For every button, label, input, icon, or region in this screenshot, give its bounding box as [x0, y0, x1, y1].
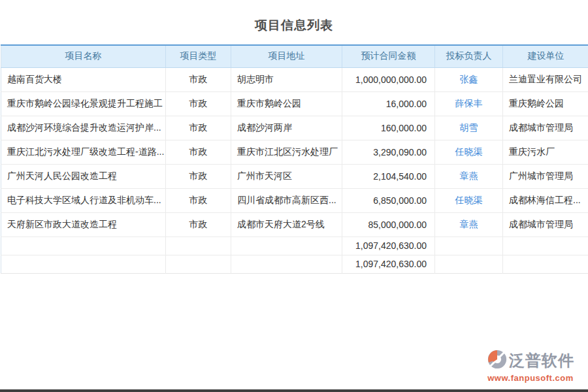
cell-type: 市政: [166, 67, 231, 91]
column-header-type: 项目类型: [166, 45, 231, 67]
cell-unit: 成都城市管理局: [503, 212, 588, 237]
cell-address: 胡志明市: [231, 67, 342, 91]
summary-row: 1,097,420,630.00: [1, 255, 588, 273]
cell-unit: 重庆污水厂: [503, 140, 588, 164]
column-header-amount: 预计合同金额: [342, 45, 435, 67]
cell-type: 市政: [166, 91, 231, 116]
cell-amount: 6,850,000.00: [342, 188, 435, 212]
summary-cell-type: [166, 237, 231, 255]
cell-type: 市政: [166, 116, 231, 140]
column-header-unit: 建设单位: [503, 45, 588, 67]
cell-name: 重庆市鹅岭公园绿化景观提升工程施工: [1, 91, 166, 116]
project-info-table: 项目名称 项目类型 项目地址 预计合同金额 投标负责人 建设单位 越南百货大楼市…: [1, 44, 588, 274]
brand-url[interactable]: www.fanpusoft.com: [478, 373, 583, 383]
cell-unit: 成都城市管理局: [503, 116, 588, 140]
cell-type: 市政: [166, 212, 231, 237]
cell-manager: 胡雪: [435, 116, 503, 140]
summary-cell-type: [166, 255, 231, 273]
table-row: 越南百货大楼市政胡志明市1,000,000,000.00张鑫兰迪置业有限公司: [1, 67, 588, 91]
cell-manager: 张鑫: [435, 67, 503, 91]
manager-link[interactable]: 胡雪: [460, 122, 478, 133]
column-header-name: 项目名称: [1, 45, 166, 67]
summary-cell-manager: [435, 237, 503, 255]
brand-logo-icon: [487, 349, 508, 372]
cell-manager: 薛保丰: [435, 91, 503, 116]
cell-address: 重庆市江北区污水处理厂: [231, 140, 342, 164]
summary-cell-name: [1, 255, 166, 273]
page-title: 项目信息列表: [0, 0, 588, 44]
cell-name: 重庆江北污水处理厂级改造工程-道路...: [1, 140, 166, 164]
cell-amount: 85,000,000.00: [342, 212, 435, 237]
cell-manager: 任晓渠: [435, 188, 503, 212]
cell-amount: 3,290,090.00: [342, 140, 435, 164]
column-header-address: 项目地址: [231, 45, 342, 67]
column-header-manager: 投标负责人: [435, 45, 503, 67]
cell-unit: 成都林海信工程...: [503, 188, 588, 212]
cell-address: 成都市天府大道2号线: [231, 212, 342, 237]
summary-row: 1,097,420,630.00: [1, 237, 588, 255]
cell-amount: 1,000,000,000.00: [342, 67, 435, 91]
cell-amount: 2,104,540.00: [342, 164, 435, 188]
cell-address: 四川省成都市高新区西...: [231, 188, 342, 212]
cell-unit: 广州城市管理局: [503, 164, 588, 188]
cell-name: 成都沙河环境综合提升改造运河护岸...: [1, 116, 166, 140]
manager-link[interactable]: 任晓渠: [455, 146, 483, 157]
cell-unit: 兰迪置业有限公司: [503, 67, 588, 91]
cell-manager: 任晓渠: [435, 140, 503, 164]
manager-link[interactable]: 章燕: [460, 219, 478, 229]
summary-cell-unit: [503, 255, 588, 273]
cell-name: 越南百货大楼: [1, 67, 166, 91]
bottom-edge-bar: [0, 389, 588, 392]
manager-link[interactable]: 薛保丰: [455, 98, 483, 108]
cell-address: 重庆市鹅岭公园: [231, 91, 342, 116]
cell-unit: 重庆鹅岭公园: [503, 91, 588, 116]
summary-cell-manager: [435, 255, 503, 273]
summary-cell-address: [231, 255, 342, 273]
cell-name: 广州天河人民公园改造工程: [1, 164, 166, 188]
cell-name: 天府新区市政大道改造工程: [1, 212, 166, 237]
cell-amount: 160,000.00: [342, 116, 435, 140]
table-row: 天府新区市政大道改造工程市政成都市天府大道2号线85,000,000.00章燕成…: [1, 212, 588, 237]
table-row: 广州天河人民公园改造工程市政广州市天河区2,104,540.00章燕广州城市管理…: [1, 164, 588, 188]
cell-manager: 章燕: [435, 212, 503, 237]
summary-cell-amount: 1,097,420,630.00: [342, 255, 435, 273]
table-row: 电子科技大学区域人行道及非机动车...市政四川省成都市高新区西...6,850,…: [1, 188, 588, 212]
summary-cell-address: [231, 237, 342, 255]
manager-link[interactable]: 张鑫: [460, 74, 478, 84]
cell-type: 市政: [166, 188, 231, 212]
cell-type: 市政: [166, 164, 231, 188]
cell-name: 电子科技大学区域人行道及非机动车...: [1, 188, 166, 212]
table-row: 成都沙河环境综合提升改造运河护岸...市政成都沙河两岸160,000.00胡雪成…: [1, 116, 588, 140]
brand-footer: 泛普软件 www.fanpusoft.com: [478, 349, 583, 383]
brand-name: 泛普软件: [509, 350, 574, 371]
manager-link[interactable]: 章燕: [460, 171, 478, 181]
table-body: 越南百货大楼市政胡志明市1,000,000,000.00张鑫兰迪置业有限公司重庆…: [1, 67, 588, 273]
summary-cell-name: [1, 237, 166, 255]
table-header: 项目名称 项目类型 项目地址 预计合同金额 投标负责人 建设单位: [1, 45, 588, 67]
manager-link[interactable]: 任晓渠: [455, 195, 483, 205]
cell-amount: 16,000.00: [342, 91, 435, 116]
table-row: 重庆江北污水处理厂级改造工程-道路...市政重庆市江北区污水处理厂3,290,0…: [1, 140, 588, 164]
summary-cell-unit: [503, 237, 588, 255]
cell-address: 广州市天河区: [231, 164, 342, 188]
summary-cell-amount: 1,097,420,630.00: [342, 237, 435, 255]
cell-type: 市政: [166, 140, 231, 164]
table-row: 重庆市鹅岭公园绿化景观提升工程施工市政重庆市鹅岭公园16,000.00薛保丰重庆…: [1, 91, 588, 116]
cell-manager: 章燕: [435, 164, 503, 188]
cell-address: 成都沙河两岸: [231, 116, 342, 140]
